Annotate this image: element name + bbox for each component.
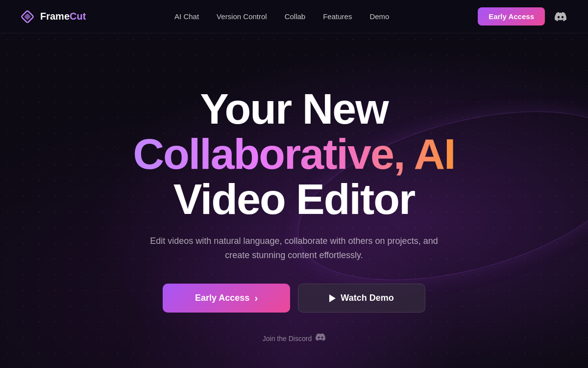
nav-right: Early Access <box>478 7 568 26</box>
hero-section: Your New Collaborative, AI Video Editor … <box>0 33 588 368</box>
discord-nav-icon[interactable] <box>553 9 568 25</box>
play-icon <box>329 294 336 302</box>
logo-icon <box>20 9 35 25</box>
logo[interactable]: FrameCut <box>20 9 86 25</box>
nav-link-collab[interactable]: Collab <box>285 12 306 21</box>
arrow-icon: › <box>254 292 258 304</box>
hero-subtitle: Edit videos with natural language, colla… <box>142 234 446 263</box>
watch-demo-label: Watch Demo <box>341 293 393 303</box>
logo-text: FrameCut <box>40 11 86 22</box>
nav-link-features[interactable]: Features <box>323 12 352 21</box>
nav-link-demo[interactable]: Demo <box>369 12 389 21</box>
early-access-nav-button[interactable]: Early Access <box>478 7 545 26</box>
nav-links: AI Chat Version Control Collab Features … <box>174 12 389 21</box>
hero-title-line2: Collaborative, AI <box>133 131 455 177</box>
early-access-hero-button[interactable]: Early Access › <box>163 284 290 313</box>
hero-buttons: Early Access › Watch Demo <box>163 284 425 313</box>
hero-title-line3: Video Editor <box>133 177 455 222</box>
hero-title-line1: Your New <box>133 86 455 131</box>
watch-demo-button[interactable]: Watch Demo <box>298 284 425 313</box>
nav-link-version-control[interactable]: Version Control <box>217 12 267 21</box>
navbar: FrameCut AI Chat Version Control Collab … <box>0 0 588 33</box>
join-discord-label: Join the Discord <box>263 335 312 342</box>
svg-rect-1 <box>24 13 31 20</box>
discord-footer-icon <box>316 332 325 344</box>
join-discord[interactable]: Join the Discord <box>263 332 325 344</box>
nav-link-ai-chat[interactable]: AI Chat <box>174 12 199 21</box>
early-access-hero-label: Early Access <box>195 293 249 303</box>
hero-title: Your New Collaborative, AI Video Editor <box>133 86 455 222</box>
